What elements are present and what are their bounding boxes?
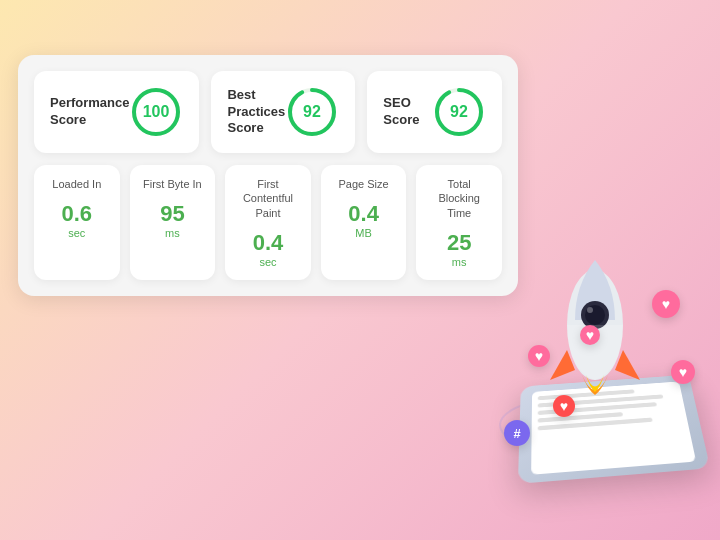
loaded-in-value: 0.6 [62,203,93,225]
seo-score-label: SEO Score [383,95,432,129]
best-practices-score-circle: 92 [285,85,339,139]
performance-score-card: Performance Score 100 [34,71,199,153]
page-size-value: 0.4 [348,203,379,225]
heart-icon-4: ♥ [671,360,695,384]
performance-score-label: Performance Score [50,95,129,129]
illustration-area: ♥ ♥ ♥ ♥ # ♥ [470,160,720,500]
dashboard: Performance Score 100 Best Practices Sco… [18,55,518,296]
page-size-card: Page Size 0.4 MB [321,165,407,280]
heart-icon-2: ♥ [528,345,550,367]
like-icon-1: ♥ [553,395,575,417]
page-size-unit: MB [355,227,372,239]
svg-point-15 [587,307,593,313]
loaded-in-unit: sec [68,227,85,239]
hash-icon-1: # [504,420,530,446]
loaded-in-card: Loaded In 0.6 sec [34,165,120,280]
svg-text:92: 92 [450,103,468,120]
first-byte-label: First Byte In [143,177,202,191]
performance-score-circle: 100 [129,85,183,139]
first-byte-card: First Byte In 95 ms [130,165,216,280]
fcp-label: First Contentful Paint [235,177,301,220]
seo-score-card: SEO Score 92 [367,71,502,153]
metrics-row: Loaded In 0.6 sec First Byte In 95 ms Fi… [34,165,502,280]
best-practices-score-label: Best Practices Score [227,87,285,138]
seo-score-circle: 92 [432,85,486,139]
scores-row: Performance Score 100 Best Practices Sco… [34,71,502,153]
tbt-unit: ms [452,256,467,268]
heart-icon-3: ♥ [580,325,600,345]
loaded-in-label: Loaded In [52,177,101,191]
svg-text:92: 92 [303,103,321,120]
fcp-unit: sec [259,256,276,268]
svg-text:100: 100 [143,103,170,120]
heart-icon-1: ♥ [652,290,680,318]
first-byte-value: 95 [160,203,184,225]
fcp-card: First Contentful Paint 0.4 sec [225,165,311,280]
best-practices-score-card: Best Practices Score 92 [211,71,355,153]
first-byte-unit: ms [165,227,180,239]
page-size-label: Page Size [339,177,389,191]
fcp-value: 0.4 [253,232,284,254]
tbt-value: 25 [447,232,471,254]
